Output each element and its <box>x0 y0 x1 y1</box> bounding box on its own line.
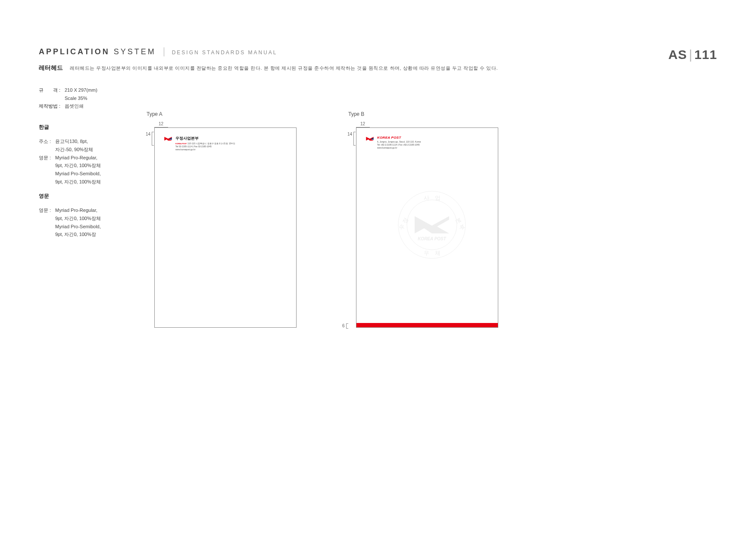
letterhead-a-text: 우정사업본부 KOREA POST 110-110 서울특별시 종로구 종로 6… <box>175 136 235 151</box>
dim-bracket-icon <box>353 132 356 146</box>
svg-point-0 <box>398 191 465 258</box>
spec-block: 규 격 : 210 X 297(mm) Scale 35% 제작방법 : 옵셋인… <box>39 86 97 110</box>
letterhead-b-address: 6, Jongno, Jongno-gu, Seoul, 110-110, Ko… <box>377 140 421 149</box>
page-code: AS|111 <box>668 47 717 62</box>
page-code-number: 111 <box>694 47 717 62</box>
page-title: 레터헤드 <box>39 64 63 72</box>
typo-en-eng-l1: Myriad Pro-Regular, <box>55 206 97 214</box>
letterhead-b-addr2: Tel +82-2-2195-1114 | Fax +82-2-2195-104… <box>377 143 421 146</box>
dim-left-b: 14 <box>347 132 356 146</box>
letterhead-b-text: KOREA POST 6, Jongno, Jongno-gu, Seoul, … <box>377 136 421 149</box>
samples-row: Type A 12 14 우정사업본부 KOREA POST 110-110 서… <box>147 111 717 328</box>
sample-a-label: Type A <box>147 111 297 117</box>
korea-post-logo-icon <box>365 136 375 142</box>
typo-en-eng-l4: 9pt, 자간0, 100%장 <box>55 230 101 239</box>
dim-top-b-value: 12 <box>360 121 374 126</box>
letterhead-b-logo-block: KOREA POST 6, Jongno, Jongno-gu, Seoul, … <box>365 136 421 149</box>
title-row: 레터헤드 레터헤드는 우정사업본부의 이미지를 내외부로 이미지를 전달하는 중… <box>39 64 717 72</box>
typo-ko-eng-l1: Myriad Pro-Regular, <box>55 154 97 162</box>
page-code-sep: | <box>689 47 693 62</box>
letterhead-a-logo-block: 우정사업본부 KOREA POST 110-110 서울특별시 종로구 종로 6… <box>163 136 235 151</box>
spec-method-label: 제작방법 : <box>39 102 65 110</box>
typo-ko-eng-l3: Myriad Pro-Semibold, <box>55 170 101 178</box>
page: APPLICATION SYSTEM DESIGN STANDARDS MANU… <box>0 0 756 534</box>
sample-type-b: Type B 12 14 6 KOREA POST <box>348 111 498 328</box>
typo-ko-eng-label: 영문 : <box>39 154 55 162</box>
dim-bracket-icon <box>152 132 154 146</box>
letterhead-a-address: KOREA POST 110-110 서울특별시 종로구 종로 6 (서린동 1… <box>175 142 235 151</box>
dim-left-a-value: 14 <box>146 132 150 137</box>
typo-ko-addr-l2: 자간-50, 90%장체 <box>55 146 101 154</box>
letterhead-a-addr1: 110-110 서울특별시 종로구 종로 6 (서린동 154-1) <box>187 142 235 145</box>
typo-ko-eng-l2: 9pt, 자간0, 100%장체 <box>55 161 101 170</box>
letterhead-b-red-bar <box>356 323 498 327</box>
letterhead-b-addr1: 6, Jongno, Jongno-gu, Seoul, 110-110, Ko… <box>377 140 421 143</box>
dim-left-a: 14 <box>146 132 154 146</box>
typo-ko-heading: 한글 <box>39 123 101 131</box>
spec-method-value: 옵셋인쇄 <box>65 102 84 110</box>
typo-en-eng-label: 영문 : <box>39 206 55 214</box>
watermark-text-en: KOREA POST <box>418 236 447 241</box>
typography-korean: 한글 주소 : 윤고딕130, 8pt, 자간-50, 90%장체 영문 : M… <box>39 123 101 186</box>
dim-bottom-b: 6 <box>342 323 348 329</box>
letterhead-a-sub: KOREA POST <box>175 143 187 145</box>
typo-ko-addr-label: 주소 : <box>39 137 55 146</box>
header-top-row: APPLICATION SYSTEM DESIGN STANDARDS MANU… <box>39 47 717 56</box>
sample-b-label: Type B <box>348 111 498 117</box>
page-description: 레터헤드는 우정사업본부의 이미지를 내외부로 이미지를 전달하는 중요한 역할… <box>70 65 498 71</box>
dim-bracket-icon <box>346 323 348 329</box>
manual-label: DESIGN STANDARDS MANUAL <box>164 50 278 56</box>
letterhead-b-sheet: KOREA POST 6, Jongno, Jongno-gu, Seoul, … <box>356 127 498 328</box>
letterhead-a-sheet: 우정사업본부 KOREA POST 110-110 서울특별시 종로구 종로 6… <box>154 127 297 328</box>
section-title-bold: APPLICATION <box>39 47 110 56</box>
dim-bottom-b-value: 6 <box>342 323 345 328</box>
spec-size-value: 210 X 297(mm) <box>65 86 97 94</box>
watermark-text-right: 본 부 <box>454 217 466 231</box>
letterhead-a-addr2: Tel 02-2195-1114 | Fax 02-2195-1045 <box>175 145 235 148</box>
spec-scale: Scale 35% <box>65 94 97 102</box>
letterhead-b-name: KOREA POST <box>377 136 421 140</box>
typo-en-eng-l3: Myriad Pro-Semibold, <box>55 223 101 231</box>
sample-type-a: Type A 12 14 우정사업본부 KOREA POST 110-110 서… <box>147 111 297 328</box>
typo-en-eng-row: 영문 : Myriad Pro-Regular, <box>39 206 101 214</box>
typo-ko-addr-row: 주소 : 윤고딕130, 8pt, <box>39 137 101 146</box>
dim-left-b-value: 14 <box>347 132 352 137</box>
typo-ko-eng-l4: 9pt, 자간0, 100%장체 <box>55 178 101 186</box>
spec-size-label: 규 격 : <box>39 86 65 94</box>
typo-en-heading: 영문 <box>39 192 101 200</box>
page-code-prefix: AS <box>668 47 687 62</box>
watermark-text-top: 사 업 <box>424 195 440 201</box>
watermark-seal: 사 업 우 정 본 부 KOREA POST 우 체 <box>397 190 466 259</box>
typo-ko-addr-l1: 윤고딕130, 8pt, <box>55 137 88 146</box>
letterhead-b-addr3: www.koreapost.go.kr <box>377 146 421 149</box>
page-header: APPLICATION SYSTEM DESIGN STANDARDS MANU… <box>39 47 717 72</box>
letterhead-a-name: 우정사업본부 <box>175 136 235 141</box>
section-title: APPLICATION SYSTEM <box>39 47 164 56</box>
letterhead-a-addr3: www.koreapost.go.kr <box>175 148 235 151</box>
svg-point-1 <box>407 200 457 250</box>
dim-top-a-value: 12 <box>159 121 172 126</box>
typography-english: 영문 영문 : Myriad Pro-Regular, 9pt, 자간0, 10… <box>39 192 101 239</box>
korea-post-logo-icon <box>163 136 173 142</box>
spec-size-row: 규 격 : 210 X 297(mm) <box>39 86 97 94</box>
typo-en-eng-l2: 9pt, 자간0, 100%장체 <box>55 214 101 223</box>
spec-method-row: 제작방법 : 옵셋인쇄 <box>39 102 97 110</box>
section-title-light: SYSTEM <box>110 47 156 56</box>
watermark-text-bottom: 우 체 <box>424 250 440 256</box>
typo-ko-eng-row: 영문 : Myriad Pro-Regular, <box>39 154 101 162</box>
